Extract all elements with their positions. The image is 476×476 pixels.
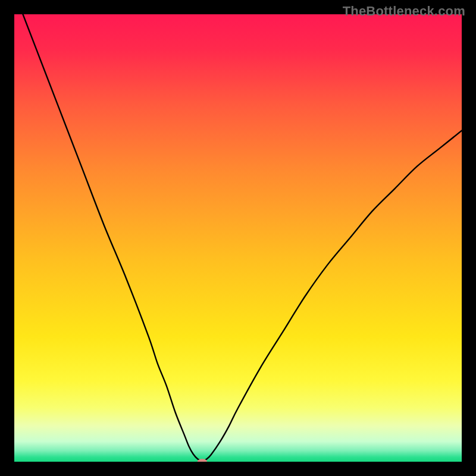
plot-area bbox=[14, 14, 462, 462]
chart-background bbox=[14, 14, 462, 462]
watermark-text: TheBottleneck.com bbox=[343, 4, 465, 19]
chart-svg bbox=[14, 14, 462, 462]
chart-frame: TheBottleneck.com bbox=[0, 0, 476, 476]
